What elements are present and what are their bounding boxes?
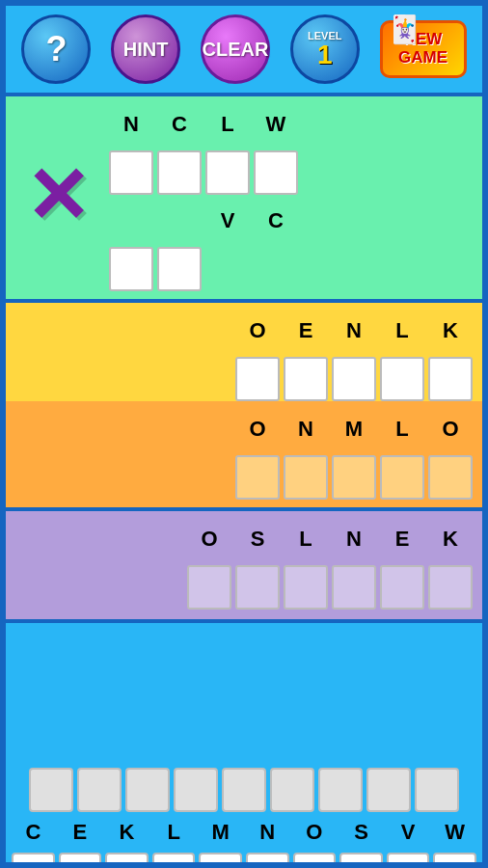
or2-l1: O — [235, 407, 280, 451]
yr1-l2: E — [284, 309, 328, 353]
ycell-1-5[interactable] — [428, 357, 473, 401]
purple-row-labels: O S L N E K — [15, 517, 473, 561]
clear-button[interactable]: CLEAR — [201, 14, 270, 84]
pcell-5[interactable] — [380, 565, 424, 610]
bottom-area: C E K L M N O S V W 1 2 3 4 5 6 7 8 9 0 — [6, 623, 482, 868]
green-r1-l2: C — [157, 102, 202, 147]
green-cell-2-2[interactable] — [157, 247, 202, 291]
number-tiles-row: 1 2 3 4 5 6 7 8 9 0 — [12, 853, 476, 868]
answer-tile-7[interactable] — [318, 768, 363, 812]
ocell-2-2[interactable] — [284, 455, 328, 500]
yr1-l5: K — [428, 309, 473, 353]
num-tile-2[interactable]: 2 — [59, 853, 102, 868]
answer-tile-2[interactable] — [77, 768, 122, 812]
lbl-M: M — [199, 820, 242, 845]
answer-tile-1[interactable] — [29, 768, 73, 812]
answer-tiles-row — [12, 768, 476, 812]
spacer — [12, 633, 476, 768]
green-r1-l3: L — [205, 102, 250, 147]
green-cell-2-1[interactable] — [109, 247, 153, 291]
header: ? HINT CLEAR LEVEL 1 🃏 NEW GAME — [6, 6, 482, 93]
green-row1: N C L W — [109, 102, 298, 147]
green-cell-1-3[interactable] — [205, 150, 250, 195]
green-cell-1-1[interactable] — [109, 150, 153, 195]
num-tile-1[interactable]: 1 — [12, 853, 55, 868]
pcell-3[interactable] — [284, 565, 328, 610]
yellow-cells1 — [15, 357, 473, 401]
hint-label: HINT — [123, 39, 169, 61]
or2-l4: L — [380, 407, 424, 451]
hint-button[interactable]: HINT — [111, 14, 180, 84]
lbl-W: W — [433, 820, 476, 845]
green-cells1 — [109, 150, 298, 195]
question-label: ? — [45, 29, 67, 69]
num-tile-4[interactable]: 4 — [152, 853, 196, 868]
answer-tile-6[interactable] — [270, 768, 314, 812]
yr1-l1: O — [235, 309, 280, 353]
level-number: 1 — [317, 41, 333, 68]
ycell-1-3[interactable] — [332, 357, 376, 401]
green-cell-1-2[interactable] — [157, 150, 202, 195]
pr-l4: N — [332, 517, 376, 561]
letter-labels-row: C E K L M N O S V W — [12, 820, 476, 845]
green-cell-1-4[interactable] — [254, 150, 298, 195]
num-tile-7[interactable]: 7 — [293, 853, 337, 868]
lbl-V: V — [387, 820, 430, 845]
num-tile-0[interactable]: 0 — [433, 853, 476, 868]
newgame-button[interactable]: 🃏 NEW GAME — [380, 20, 467, 78]
green-r2-l1: V — [205, 199, 250, 243]
pcell-6[interactable] — [428, 565, 473, 610]
ycell-1-2[interactable] — [284, 357, 328, 401]
ocell-2-4[interactable] — [380, 455, 424, 500]
pr-l2: S — [235, 517, 280, 561]
level-button[interactable]: LEVEL 1 — [290, 14, 360, 84]
pcell-2[interactable] — [235, 565, 280, 610]
pr-l3: L — [284, 517, 328, 561]
or2-l3: M — [332, 407, 376, 451]
green-grid: N C L W N N V C — [109, 102, 298, 291]
question-button[interactable]: ? — [21, 14, 91, 84]
cards-icon: 🃏 — [388, 14, 421, 45]
green-r1-l1: N — [109, 102, 153, 147]
section-purple: O S L N E K — [6, 507, 482, 619]
puzzle-area: ✕ N C L W N N — [6, 93, 482, 623]
yr1-l4: L — [380, 309, 424, 353]
green-row2: N N V C — [109, 199, 298, 243]
num-tile-3[interactable]: 3 — [105, 853, 149, 868]
lbl-E: E — [59, 820, 102, 845]
section-yellow: O E N L K — [6, 299, 482, 401]
green-cells2 — [109, 247, 298, 291]
lbl-N: N — [246, 820, 289, 845]
or2-l5: O — [428, 407, 473, 451]
num-tile-5[interactable]: 5 — [199, 853, 242, 868]
ocell-2-3[interactable] — [332, 455, 376, 500]
answer-tile-3[interactable] — [125, 768, 170, 812]
pr-l1: O — [187, 517, 231, 561]
pcell-1[interactable] — [187, 565, 231, 610]
ycell-1-4[interactable] — [380, 357, 424, 401]
num-tile-9[interactable]: 9 — [387, 853, 430, 868]
ycell-1-1[interactable] — [235, 357, 280, 401]
ocell-2-5[interactable] — [428, 455, 473, 500]
lbl-L: L — [152, 820, 196, 845]
orange-cells2 — [15, 455, 473, 500]
lbl-K: K — [105, 820, 149, 845]
x-mark: ✕ — [25, 158, 90, 235]
ocell-2-1[interactable] — [235, 455, 280, 500]
green-r1-l4: W — [254, 102, 298, 147]
yr1-l3: N — [332, 309, 376, 353]
answer-tile-9[interactable] — [415, 768, 459, 812]
num-tile-6[interactable]: 6 — [246, 853, 289, 868]
answer-tile-4[interactable] — [174, 768, 218, 812]
answer-tile-5[interactable] — [222, 768, 266, 812]
pr-l5: E — [380, 517, 424, 561]
section-green: ✕ N C L W N N — [6, 96, 482, 299]
answer-tile-8[interactable] — [366, 768, 411, 812]
green-r2-l2: C — [254, 199, 298, 243]
lbl-C: C — [12, 820, 55, 845]
num-tile-8[interactable]: 8 — [339, 853, 383, 868]
pcell-4[interactable] — [332, 565, 376, 610]
orange-row2-labels: O N M L O — [15, 407, 473, 451]
clear-label: CLEAR — [203, 39, 269, 61]
purple-cells — [15, 565, 473, 610]
